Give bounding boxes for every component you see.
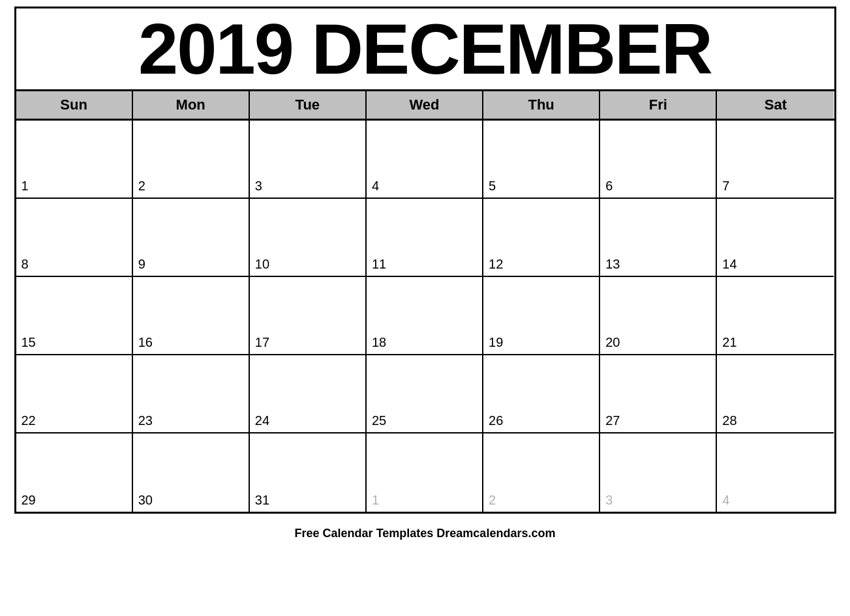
calendar-month: DECEMBER <box>311 8 712 89</box>
calendar-cell: 23 <box>133 355 250 433</box>
calendar-cell: 9 <box>133 199 250 277</box>
calendar-cell: 4 <box>367 121 483 199</box>
calendar-container: 2019 DECEMBER SunMonTueWedThuFriSat 1234… <box>14 7 836 514</box>
day-number: 14 <box>722 257 736 272</box>
day-number: 1 <box>372 493 379 508</box>
day-number: 29 <box>22 493 36 508</box>
calendar-cell: 31 <box>250 433 367 512</box>
calendar-cell: 24 <box>250 355 367 433</box>
calendar-cell: 1 <box>16 121 133 199</box>
day-number: 3 <box>255 179 262 194</box>
calendar-cell: 19 <box>483 277 600 355</box>
calendar-cell: 5 <box>483 121 600 199</box>
day-number: 20 <box>605 335 620 350</box>
day-number: 17 <box>255 335 269 350</box>
day-header-wed: Wed <box>367 91 483 119</box>
calendar-cell: 8 <box>16 199 133 277</box>
day-number: 18 <box>372 335 386 350</box>
calendar-title: 2019 DECEMBER <box>16 8 834 91</box>
day-number: 24 <box>255 413 269 428</box>
day-number: 8 <box>22 257 29 272</box>
day-number: 12 <box>489 257 503 272</box>
day-number: 4 <box>372 179 379 194</box>
calendar-cell: 6 <box>600 121 717 199</box>
calendar-cell: 1 <box>367 433 483 512</box>
calendar-cell: 18 <box>367 277 483 355</box>
calendar-cell: 15 <box>16 277 133 355</box>
calendar-cell: 21 <box>717 277 834 355</box>
calendar-grid: 1234567891011121314151617181920212223242… <box>16 121 834 512</box>
calendar-cell: 16 <box>133 277 250 355</box>
calendar-cell: 28 <box>717 355 834 433</box>
calendar-cell: 10 <box>250 199 367 277</box>
day-number: 16 <box>138 335 153 350</box>
day-number: 10 <box>255 257 269 272</box>
day-number: 13 <box>605 257 620 272</box>
day-number: 19 <box>489 335 503 350</box>
calendar-cell: 2 <box>483 433 600 512</box>
calendar-cell: 2 <box>133 121 250 199</box>
day-header-sat: Sat <box>717 91 834 119</box>
day-header-fri: Fri <box>600 91 717 119</box>
calendar-cell: 4 <box>717 433 834 512</box>
calendar-cell: 20 <box>600 277 717 355</box>
day-number: 26 <box>489 413 503 428</box>
calendar-cell: 22 <box>16 355 133 433</box>
calendar-cell: 26 <box>483 355 600 433</box>
day-headers: SunMonTueWedThuFriSat <box>16 91 834 121</box>
calendar-cell: 3 <box>600 433 717 512</box>
calendar-year: 2019 <box>138 8 311 89</box>
calendar-cell: 11 <box>367 199 483 277</box>
calendar-cell: 13 <box>600 199 717 277</box>
day-number: 1 <box>22 179 29 194</box>
day-header-tue: Tue <box>250 91 367 119</box>
calendar-cell: 17 <box>250 277 367 355</box>
day-number: 23 <box>138 413 153 428</box>
calendar-cell: 30 <box>133 433 250 512</box>
day-number: 25 <box>372 413 386 428</box>
day-number: 6 <box>605 179 613 194</box>
calendar-cell: 29 <box>16 433 133 512</box>
day-number: 31 <box>255 493 269 508</box>
calendar-cell: 3 <box>250 121 367 199</box>
day-number: 2 <box>489 493 496 508</box>
day-number: 2 <box>138 179 145 194</box>
day-number: 15 <box>22 335 36 350</box>
day-number: 21 <box>722 335 736 350</box>
day-number: 30 <box>138 493 153 508</box>
day-number: 28 <box>722 413 736 428</box>
day-number: 9 <box>138 257 145 272</box>
calendar-cell: 7 <box>717 121 834 199</box>
day-number: 5 <box>489 179 496 194</box>
day-number: 7 <box>722 179 729 194</box>
day-number: 27 <box>605 413 620 428</box>
day-header-thu: Thu <box>483 91 600 119</box>
day-header-mon: Mon <box>133 91 250 119</box>
day-number: 4 <box>722 493 729 508</box>
footer: Free Calendar Templates Dreamcalendars.c… <box>295 520 556 543</box>
day-number: 11 <box>372 257 386 272</box>
calendar-cell: 14 <box>717 199 834 277</box>
day-header-sun: Sun <box>16 91 133 119</box>
day-number: 3 <box>605 493 613 508</box>
calendar-cell: 12 <box>483 199 600 277</box>
day-number: 22 <box>22 413 36 428</box>
calendar-cell: 25 <box>367 355 483 433</box>
calendar-cell: 27 <box>600 355 717 433</box>
